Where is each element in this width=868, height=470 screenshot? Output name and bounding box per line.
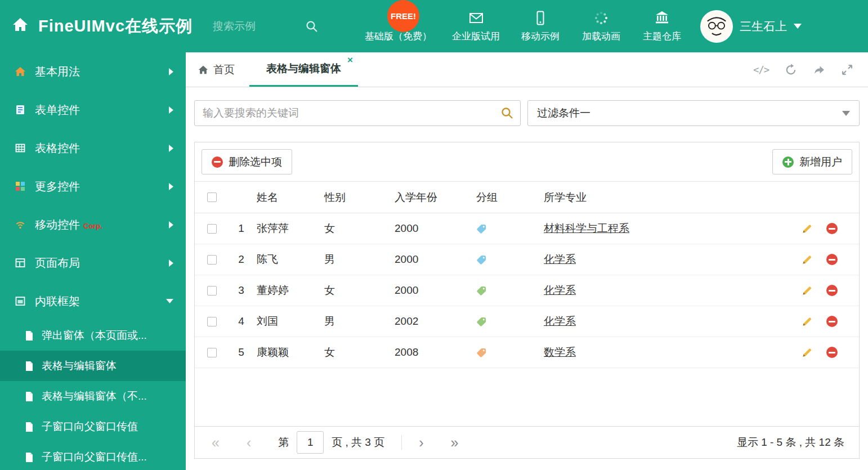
keyword-search bbox=[194, 100, 521, 126]
column-header-year: 入学年份 bbox=[392, 190, 473, 205]
delete-icon[interactable] bbox=[826, 285, 838, 296]
major-link[interactable]: 数学系 bbox=[544, 346, 576, 358]
keyword-input[interactable] bbox=[194, 100, 521, 126]
mobile-icon bbox=[533, 10, 548, 26]
envelope-icon bbox=[468, 10, 484, 26]
sidebar-item-grid-controls[interactable]: 表格控件 bbox=[0, 129, 186, 167]
cell-year: 2008 bbox=[392, 346, 473, 359]
close-icon[interactable]: × bbox=[347, 55, 353, 65]
major-link[interactable]: 材料科学与工程系 bbox=[544, 222, 629, 234]
delete-icon[interactable] bbox=[826, 223, 838, 234]
sidebar-item-label: 基本用法 bbox=[35, 64, 80, 79]
tab-toolbar: </> bbox=[753, 52, 868, 87]
share-icon[interactable] bbox=[813, 64, 825, 76]
sidebar-subitem-grid-edit-window[interactable]: 表格与编辑窗体 bbox=[0, 351, 186, 381]
edit-icon[interactable] bbox=[802, 285, 813, 296]
bank-icon bbox=[654, 10, 670, 26]
delete-selected-button[interactable]: 删除选中项 bbox=[202, 149, 292, 174]
delete-icon[interactable] bbox=[826, 347, 838, 358]
edit-icon[interactable] bbox=[802, 316, 813, 327]
tab-home[interactable]: 首页 bbox=[186, 52, 249, 87]
blocks-icon bbox=[15, 181, 26, 192]
table-row[interactable]: 2 陈飞 男 2000 化学系 bbox=[195, 244, 859, 275]
tag-icon bbox=[473, 316, 541, 327]
grid-panel: 删除选中项 新增用户 姓名 性别 入学年份 分组 所学专业 1 bbox=[194, 142, 860, 459]
sidebar-subitem-child-to-parent-alt[interactable]: 子窗口向父窗口传值... bbox=[0, 442, 186, 470]
sidebar-subitem-child-to-parent[interactable]: 子窗口向父窗口传值 bbox=[0, 411, 186, 442]
expand-icon[interactable] bbox=[841, 64, 853, 76]
sidebar-item-page-layout[interactable]: 页面布局 bbox=[0, 244, 186, 282]
row-number: 5 bbox=[229, 346, 254, 359]
code-icon[interactable]: </> bbox=[753, 64, 769, 75]
first-page-icon[interactable]: « bbox=[212, 436, 220, 450]
cell-year: 2000 bbox=[392, 253, 473, 266]
filter-row: 过滤条件一 bbox=[194, 100, 860, 126]
major-link[interactable]: 化学系 bbox=[544, 253, 576, 265]
sidebar-subitem-grid-edit-window-alt[interactable]: 表格与编辑窗体（不... bbox=[0, 381, 186, 411]
brand[interactable]: FineUIMvc在线示例 bbox=[0, 15, 193, 38]
prev-page-icon[interactable]: ‹ bbox=[247, 436, 251, 450]
select-all-checkbox[interactable] bbox=[207, 193, 217, 202]
search-trigger-icon[interactable] bbox=[500, 106, 514, 120]
sidebar-item-label: 页面布局 bbox=[35, 256, 80, 271]
table-row[interactable]: 5 康颖颖 女 2008 数学系 bbox=[195, 337, 859, 368]
avatar bbox=[700, 10, 733, 43]
app-title: FineUIMvc在线示例 bbox=[38, 15, 193, 38]
nav-item-mobile-demo[interactable]: 移动示例 bbox=[520, 10, 561, 43]
row-checkbox[interactable] bbox=[207, 255, 217, 265]
page-number-input[interactable] bbox=[297, 431, 324, 454]
row-checkbox[interactable] bbox=[207, 317, 217, 326]
cell-gender: 男 bbox=[321, 314, 392, 329]
grid-empty-area bbox=[195, 368, 859, 426]
table-row[interactable]: 1 张萍萍 女 2000 材料科学与工程系 bbox=[195, 213, 859, 244]
nav-label: 企业版试用 bbox=[452, 30, 500, 43]
row-checkbox[interactable] bbox=[207, 224, 217, 234]
delete-icon[interactable] bbox=[826, 254, 838, 265]
filter-dropdown[interactable]: 过滤条件一 bbox=[527, 100, 860, 126]
top-header: FineUIMvc在线示例 FREE! 基础版（免费） 企业版试用 bbox=[0, 0, 868, 52]
spinner-icon bbox=[593, 10, 609, 26]
cell-gender: 女 bbox=[321, 283, 392, 298]
sidebar-item-mobile-controls[interactable]: 移动控件Corp. bbox=[0, 205, 186, 244]
sidebar-item-basic-usage[interactable]: 基本用法 bbox=[0, 52, 186, 91]
search-icon[interactable] bbox=[305, 20, 319, 33]
layout-icon bbox=[15, 257, 26, 268]
row-checkbox[interactable] bbox=[207, 286, 217, 296]
nav-item-loading-animation[interactable]: 加载动画 bbox=[581, 10, 621, 43]
user-name: 三生石上 bbox=[740, 19, 787, 34]
major-link[interactable]: 化学系 bbox=[544, 284, 576, 296]
row-checkbox[interactable] bbox=[207, 348, 217, 357]
sidebar: 基本用法 表单控件 表格控件 更多控件 移动控件Corp. 页面布局 bbox=[0, 52, 186, 470]
tag-icon bbox=[473, 254, 541, 265]
header-search-input[interactable] bbox=[212, 20, 296, 33]
table-row[interactable]: 4 刘国 男 2002 化学系 bbox=[195, 306, 859, 337]
column-header-gender: 性别 bbox=[321, 190, 392, 205]
nav-item-theme-repo[interactable]: 主题仓库 bbox=[642, 10, 682, 43]
sidebar-subitem-label: 表格与编辑窗体（不... bbox=[42, 389, 147, 404]
edit-icon[interactable] bbox=[802, 254, 813, 265]
next-page-icon[interactable]: › bbox=[419, 436, 423, 450]
home-icon bbox=[11, 16, 29, 37]
chevron-right-icon bbox=[169, 106, 173, 114]
cell-gender: 女 bbox=[321, 345, 392, 360]
chevron-right-icon bbox=[169, 183, 173, 190]
delete-icon[interactable] bbox=[826, 316, 838, 327]
edit-icon[interactable] bbox=[802, 223, 813, 234]
refresh-icon[interactable] bbox=[785, 64, 797, 76]
header-search bbox=[212, 20, 324, 33]
sidebar-item-more-controls[interactable]: 更多控件 bbox=[0, 167, 186, 205]
last-page-icon[interactable]: » bbox=[451, 436, 459, 450]
table-row[interactable]: 3 董婷婷 女 2000 化学系 bbox=[195, 275, 859, 306]
sidebar-item-form-controls[interactable]: 表单控件 bbox=[0, 91, 186, 129]
sidebar-subitem-popup-window[interactable]: 弹出窗体（本页面或... bbox=[0, 320, 186, 351]
cell-name: 康颖颖 bbox=[254, 345, 321, 360]
sidebar-item-inline-frame[interactable]: 内联框架 bbox=[0, 282, 186, 320]
user-menu[interactable]: 三生石上 bbox=[700, 10, 802, 43]
nav-item-enterprise-trial[interactable]: 企业版试用 bbox=[452, 10, 500, 43]
major-link[interactable]: 化学系 bbox=[544, 315, 576, 327]
nav-label: 基础版（免费） bbox=[365, 30, 432, 43]
tab-grid-edit-window[interactable]: 表格与编辑窗体 × bbox=[249, 52, 358, 87]
add-user-button[interactable]: 新增用户 bbox=[772, 149, 852, 174]
delete-button-label: 删除选中项 bbox=[229, 155, 282, 169]
edit-icon[interactable] bbox=[802, 347, 813, 358]
